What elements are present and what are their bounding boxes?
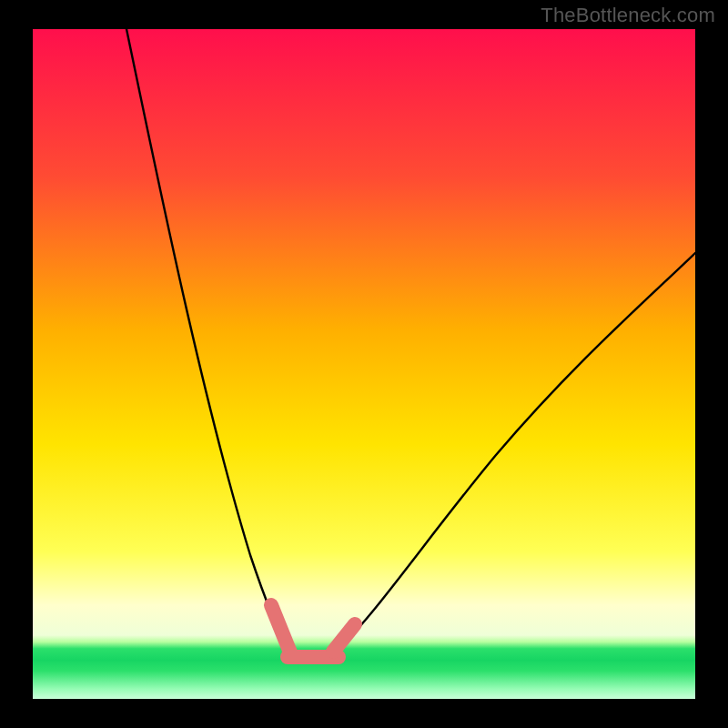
plot-area	[33, 29, 695, 699]
chart-svg	[0, 0, 728, 728]
watermark-text: TheBottleneck.com	[541, 4, 715, 27]
chart-frame: TheBottleneck.com	[0, 0, 728, 728]
